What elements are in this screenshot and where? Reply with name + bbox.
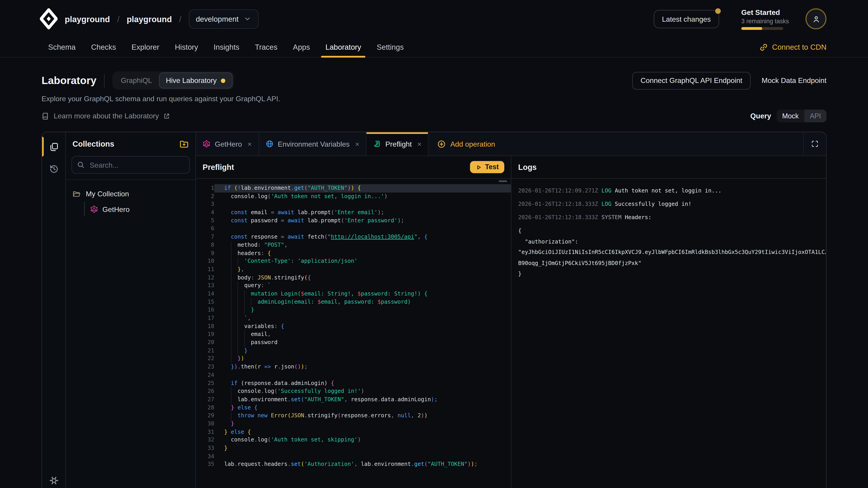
line-number: 30 — [196, 420, 214, 428]
rail-collections-button[interactable] — [46, 139, 61, 154]
line-number: 4 — [196, 208, 214, 217]
search-input[interactable] — [89, 160, 184, 170]
avatar[interactable] — [805, 8, 827, 29]
code-line-content: } — [214, 445, 511, 453]
nav-tab-settings[interactable]: Settings — [376, 38, 405, 57]
code-line-content — [214, 453, 511, 461]
code-line[interactable]: 26console.log('Successfully logged in!') — [196, 387, 511, 396]
mode-segment-mock[interactable]: Mock — [777, 109, 804, 122]
code-line[interactable]: 6 — [196, 225, 511, 233]
line-number: 22 — [196, 355, 214, 363]
latest-changes-button[interactable]: Latest changes — [654, 10, 719, 28]
code-line[interactable]: 35lab.request.headers.set('Authorization… — [196, 460, 511, 468]
code-editor[interactable]: 1if (!lab.environment.get("AUTH_TOKEN"))… — [196, 179, 511, 488]
code-line[interactable]: 12body: JSON.stringify({ — [196, 273, 511, 282]
code-line[interactable]: 1if (!lab.environment.get("AUTH_TOKEN"))… — [196, 184, 511, 193]
connect-cdn-link[interactable]: Connect to CDN — [759, 38, 827, 57]
code-line[interactable]: 13query: ` — [196, 282, 511, 290]
mode-segment-api[interactable]: API — [804, 109, 827, 122]
get-started-progress-fill — [741, 27, 762, 30]
code-line-content: password — [214, 339, 511, 347]
code-line[interactable]: 23}).then(r => r.json()); — [196, 363, 511, 371]
mode-row: Query Mock API — [750, 109, 827, 122]
code-line[interactable]: 4const email = await lab.prompt('Enter e… — [196, 208, 511, 217]
code-line[interactable]: 11}, — [196, 265, 511, 273]
toggle-hive-laboratory[interactable]: Hive Laboratory — [159, 72, 233, 89]
tab-environment-variables[interactable]: Environment Variables× — [259, 132, 366, 156]
indent-guide — [238, 314, 238, 322]
code-line[interactable]: 30} — [196, 420, 511, 428]
tree-operation-gethero[interactable]: GetHero — [90, 202, 189, 217]
nav-tab-traces[interactable]: Traces — [254, 38, 279, 57]
code-line[interactable]: 17`, — [196, 314, 511, 322]
code-line[interactable]: 15adminLogin(email: $email, password: $p… — [196, 298, 511, 306]
fullscreen-button[interactable] — [803, 132, 826, 156]
code-line[interactable]: 19email, — [196, 330, 511, 339]
close-icon[interactable]: × — [417, 140, 422, 148]
code-line[interactable]: 34 — [196, 453, 511, 461]
mock-endpoint-button[interactable]: Mock Data Endpoint — [762, 76, 827, 85]
line-number: 19 — [196, 330, 214, 339]
code-line[interactable]: 5const password = await lab.prompt('Ente… — [196, 217, 511, 225]
add-operation-tab[interactable]: Add operation — [429, 132, 504, 156]
target-select[interactable]: development — [188, 9, 258, 29]
code-line[interactable]: 18variables: { — [196, 322, 511, 330]
rail-settings-button[interactable] — [46, 473, 61, 488]
code-line[interactable]: 16} — [196, 306, 511, 314]
line-number: 24 — [196, 371, 214, 379]
hive-logo-icon[interactable] — [40, 8, 57, 29]
code-line[interactable]: 21} — [196, 347, 511, 355]
code-line-content: adminLogin(email: $email, password: $pas… — [214, 298, 511, 306]
connect-endpoint-button[interactable]: Connect GraphQL API Endpoint — [632, 72, 751, 89]
external-link-icon — [163, 112, 170, 119]
learn-more-link[interactable]: Learn more about the Laboratory — [41, 112, 170, 120]
indent-guide — [231, 330, 231, 339]
nav-tab-laboratory[interactable]: Laboratory — [324, 38, 362, 57]
code-line[interactable]: 28} else { — [196, 404, 511, 412]
code-line[interactable]: 20password — [196, 339, 511, 347]
close-icon[interactable]: × — [355, 140, 360, 148]
code-line[interactable]: 14mutation Login($email: String!, $passw… — [196, 290, 511, 298]
code-line[interactable]: 22}) — [196, 355, 511, 363]
code-line[interactable]: 8method: "POST", — [196, 241, 511, 249]
nav-tab-schema[interactable]: Schema — [47, 38, 76, 57]
code-line[interactable]: 24 — [196, 371, 511, 379]
nav-tab-explorer[interactable]: Explorer — [130, 38, 160, 57]
scrollbar-thumb[interactable] — [499, 180, 507, 182]
view-toggle[interactable]: GraphiQL Hive Laboratory — [113, 71, 235, 90]
nav-tab-apps[interactable]: Apps — [292, 38, 311, 57]
test-button[interactable]: Test — [470, 161, 504, 173]
code-line[interactable]: 3 — [196, 200, 511, 208]
rail-history-button[interactable] — [46, 162, 61, 176]
get-started-widget[interactable]: Get Started 3 remaining tasks — [741, 8, 783, 30]
breadcrumb-org[interactable]: playground — [65, 14, 110, 24]
nav-tab-checks[interactable]: Checks — [90, 38, 117, 57]
code-line[interactable]: 2console.log('Auth token not set, loggin… — [196, 192, 511, 200]
tab-preflight[interactable]: Preflight× — [367, 132, 429, 156]
toggle-graphiql[interactable]: GraphiQL — [114, 73, 159, 88]
code-line[interactable]: 33} — [196, 445, 511, 453]
mode-segmented-control: Mock API — [777, 109, 827, 122]
code-line[interactable]: 31} else { — [196, 428, 511, 436]
indent-guide — [238, 306, 238, 314]
code-line[interactable]: 7const response = await fetch("http://lo… — [196, 233, 511, 241]
code-line[interactable]: 25if (response.data.adminLogin) { — [196, 379, 511, 387]
code-line-content: const response = await fetch("http://loc… — [214, 233, 511, 241]
new-folder-button[interactable] — [179, 139, 189, 149]
log-message: { — [518, 228, 522, 234]
nav-tab-history[interactable]: History — [174, 38, 199, 57]
breadcrumb-project[interactable]: playground — [127, 14, 172, 24]
code-line-content: }) — [214, 355, 511, 363]
tab-gethero[interactable]: GetHero× — [196, 132, 259, 156]
nav-tab-insights[interactable]: Insights — [213, 38, 241, 57]
code-line[interactable]: 27lab.environment.set("AUTH_TOKEN", resp… — [196, 396, 511, 404]
close-icon[interactable]: × — [248, 140, 252, 148]
code-line[interactable]: 32console.log('Auth token set, skipping'… — [196, 436, 511, 445]
code-line[interactable]: 29throw new Error(JSON.stringify(respons… — [196, 412, 511, 420]
tree-folder-my-collection[interactable]: My Collection — [72, 187, 189, 200]
code-line[interactable]: 9headers: { — [196, 249, 511, 257]
code-line[interactable]: 10'Content-Type': 'application/json' — [196, 257, 511, 265]
search-box[interactable] — [71, 156, 190, 174]
indent-guide — [231, 298, 231, 306]
tab-strip: GetHero×Environment Variables×Preflight×… — [196, 132, 826, 156]
